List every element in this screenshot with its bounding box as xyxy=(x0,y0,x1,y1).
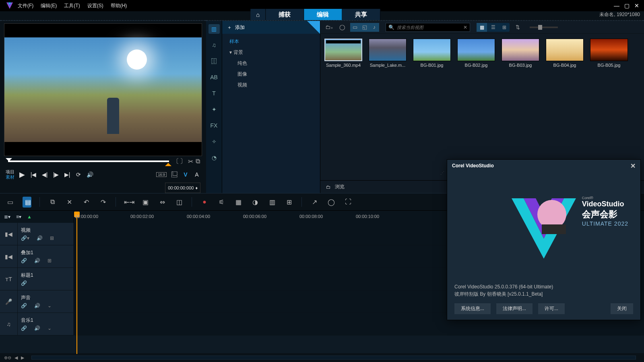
link-icon[interactable]: 🔗 xyxy=(21,325,27,331)
preview-canvas[interactable] xyxy=(4,23,202,156)
goto-start-icon[interactable]: |◀ xyxy=(30,171,37,178)
rail-motion-icon[interactable]: ✧ xyxy=(208,137,220,146)
crop-icon[interactable]: ◫ xyxy=(175,198,184,206)
volume-icon[interactable]: 🔊 xyxy=(86,171,93,178)
thumb-item[interactable]: Sample_360.mp4 xyxy=(324,39,363,68)
about-close-icon[interactable]: ✕ xyxy=(630,162,636,170)
mute-icon[interactable]: 🔊 xyxy=(34,303,40,309)
storyboard-view-icon[interactable]: ▭ xyxy=(6,198,14,206)
view-grid-icon[interactable]: ⊞ xyxy=(499,23,510,32)
video-toggle[interactable]: V xyxy=(182,171,189,178)
mixer-icon[interactable]: ⚟ xyxy=(217,198,226,206)
tree-video[interactable]: 视频 xyxy=(222,80,320,90)
clear-search-icon[interactable]: ✕ xyxy=(463,25,467,30)
three-sixty-icon[interactable]: ◯ xyxy=(327,198,336,206)
tab-home[interactable]: ⌂ xyxy=(250,9,266,20)
link-icon[interactable]: 🔗 xyxy=(21,303,27,309)
about-legal-button[interactable]: 法律声明... xyxy=(496,303,533,314)
fx-icon[interactable]: ⊞ xyxy=(47,258,52,263)
minimize-icon[interactable]: — xyxy=(614,2,619,9)
loop-icon[interactable]: ⟳ xyxy=(75,171,82,178)
tab-edit[interactable]: 编辑 xyxy=(304,9,342,20)
video-track-icon[interactable]: ▮◀ xyxy=(0,223,18,245)
tree-solid[interactable]: 纯色 xyxy=(222,58,320,69)
voice-track-icon[interactable]: 🎤 xyxy=(0,290,18,313)
rail-title-ab-icon[interactable]: AB xyxy=(208,72,220,82)
split-icon[interactable]: ⇔ xyxy=(158,198,167,206)
fit-width-icon[interactable]: ⇤⇥ xyxy=(124,198,133,206)
timecode-field[interactable]: 00:00:00:000 ♦ xyxy=(165,183,200,193)
detect-icon[interactable]: ⛶ xyxy=(344,198,353,206)
about-license-button[interactable]: 许可... xyxy=(538,303,565,314)
scroll-left-icon[interactable]: ◀ xyxy=(14,355,18,360)
resize-grip-icon[interactable]: ⋰ xyxy=(440,171,444,175)
mute-icon[interactable]: 🔊 xyxy=(34,325,40,331)
sort-icon[interactable]: ⇅ xyxy=(513,23,522,32)
rail-fx-icon[interactable]: FX xyxy=(208,121,220,130)
thumb-item[interactable]: BG-B01.jpg xyxy=(412,39,452,68)
motion-track-icon[interactable]: ↗ xyxy=(310,198,319,206)
timecode-spinner-icon[interactable]: ♦ xyxy=(195,185,198,190)
record-icon[interactable]: ● xyxy=(200,198,209,206)
zoom-timeline-icon[interactable]: ⊕⊖ xyxy=(4,355,11,360)
mark-in-icon[interactable]: 〔 xyxy=(172,157,180,166)
tree-background[interactable]: ▾背景 xyxy=(222,47,320,58)
resize-preview-icon[interactable]: ⿺ xyxy=(171,171,178,178)
rail-graphic-icon[interactable]: ✦ xyxy=(208,105,220,114)
undo-icon[interactable]: ↶ xyxy=(82,198,91,206)
scroll-right-icon[interactable]: ▶ xyxy=(21,355,24,360)
thumb-item[interactable]: Sample_Lake.m... xyxy=(368,39,407,68)
menu-tools[interactable]: 工具(T) xyxy=(64,2,80,9)
tree-sample[interactable]: 样本 xyxy=(222,36,320,47)
mute-icon[interactable]: 🔊 xyxy=(37,235,43,241)
library-add-button[interactable]: ＋ 添加 xyxy=(222,21,320,34)
thumb-zoom-slider[interactable] xyxy=(530,27,558,28)
music-track-icon[interactable]: ♫ xyxy=(0,313,18,335)
maximize-icon[interactable]: ▢ xyxy=(624,2,630,9)
next-frame-icon[interactable]: |▶ xyxy=(52,171,60,178)
mark-out-icon[interactable]: 〕 xyxy=(180,157,187,166)
filter-audio-icon[interactable]: ♪ xyxy=(369,23,379,32)
preview-mode-toggle[interactable]: 项目 素材 xyxy=(6,169,14,180)
tab-share[interactable]: 共享 xyxy=(342,9,380,20)
link-icon[interactable]: 🔗 xyxy=(21,280,27,286)
link-icon[interactable]: 🔗▾ xyxy=(21,235,29,241)
mute-icon[interactable]: 🔊 xyxy=(34,258,40,263)
search-input[interactable] xyxy=(397,25,461,30)
filter-video-icon[interactable]: ▭ xyxy=(350,23,360,32)
tab-capture[interactable]: 捕获 xyxy=(266,9,304,20)
grid-icon[interactable]: ⊞ xyxy=(285,198,293,206)
rail-transition-icon[interactable]: ⿲ xyxy=(208,56,220,66)
play-icon[interactable]: ▶ xyxy=(19,170,26,179)
menu-settings[interactable]: 设置(S) xyxy=(87,2,103,9)
filter-photo-icon[interactable]: ◱ xyxy=(360,23,369,32)
view-list-icon[interactable]: ☰ xyxy=(488,23,498,32)
close-icon[interactable]: ✕ xyxy=(634,2,639,9)
menu-help[interactable]: 帮助(H) xyxy=(111,2,127,9)
scrub-track[interactable] xyxy=(8,160,169,162)
overlay-track-icon[interactable]: ▮◀ xyxy=(0,245,18,267)
rail-ar-icon[interactable]: ◔ xyxy=(208,153,220,162)
title-track-icon[interactable]: ᴛT xyxy=(0,268,18,290)
thumb-item[interactable]: BG-B04.jpg xyxy=(545,39,584,68)
audio-toggle[interactable]: A xyxy=(193,171,200,178)
capture-icon[interactable]: ◯ xyxy=(337,23,347,32)
tree-image[interactable]: 图像 xyxy=(222,69,320,80)
search-box[interactable]: 🔍 ✕ xyxy=(386,23,470,32)
import-folder-icon[interactable]: 🗀₊ xyxy=(324,23,334,32)
goto-end-icon[interactable]: ▶| xyxy=(64,171,71,178)
thumb-item[interactable]: BG-B03.jpg xyxy=(501,39,540,68)
thumb-item[interactable]: BG-B02.jpg xyxy=(456,39,496,68)
track-menu-icon[interactable]: ≣▾ xyxy=(4,214,10,220)
about-close-button[interactable]: 关闭 xyxy=(611,303,633,314)
copy-icon[interactable]: ⧉ xyxy=(48,198,57,206)
chevron-down-icon[interactable]: ⌄ xyxy=(47,325,52,331)
fx-icon[interactable]: ⊞ xyxy=(50,235,54,241)
link-icon[interactable]: 🔗 xyxy=(21,258,27,263)
menu-edit[interactable]: 编辑(E) xyxy=(41,2,57,9)
multicam-icon[interactable]: ▥ xyxy=(268,198,277,206)
expand-icon[interactable]: ⧉ xyxy=(194,158,201,165)
timeline-scrollbar[interactable] xyxy=(31,356,636,360)
thumb-item[interactable]: BG-B05.jpg xyxy=(589,39,629,68)
view-thumb-icon[interactable]: ▦ xyxy=(477,23,487,32)
